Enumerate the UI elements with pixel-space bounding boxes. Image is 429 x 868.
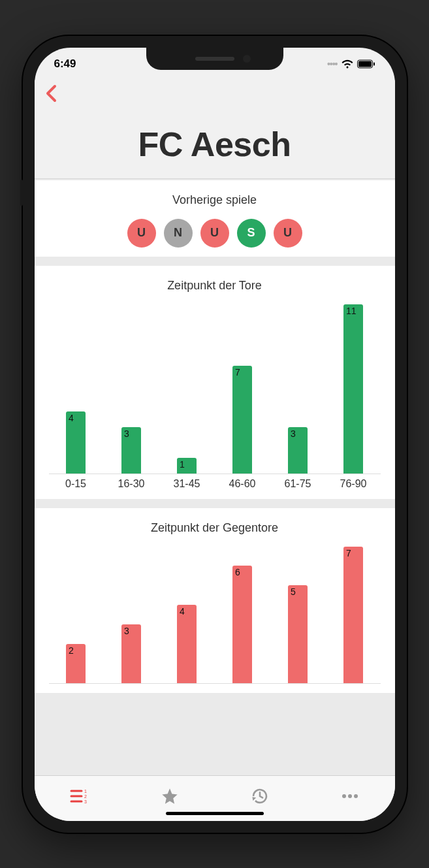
content[interactable]: Vorherige spiele UNUSU Zeitpunkt der Tor… [35,179,395,775]
previous-games-section: Vorherige spiele UNUSU [35,180,395,257]
chart-bar: 3 [121,427,141,474]
header: FC Aesch [35,80,395,179]
front-camera [243,55,251,63]
result-badge[interactable]: N [164,219,193,248]
chart-bar: 3 [121,624,141,683]
bar-value: 3 [124,428,129,439]
chart-column: 5 [271,547,325,683]
bar-value: 2 [69,645,74,656]
chart-column: 6 [215,547,270,683]
page-title: FC Aesch [45,125,385,164]
result-badge[interactable]: S [237,219,266,248]
previous-games-title: Vorherige spiele [49,193,381,207]
bar-value: 3 [124,626,129,636]
battery-icon [357,59,375,69]
bar-value: 6 [235,567,240,577]
axis-label: 76-90 [326,478,381,490]
chart-column: 11 [326,304,381,474]
result-badge[interactable]: U [127,219,156,248]
svg-point-11 [354,794,358,798]
status-time: 6:49 [54,57,76,71]
home-indicator[interactable] [166,812,264,815]
wifi-icon [342,59,353,69]
chart-column: 1 [160,304,214,474]
back-button[interactable] [45,83,385,106]
chart-column: 3 [104,547,159,683]
cell-signal-icon: •••• [327,59,338,69]
chart-bar: 6 [232,566,252,683]
result-badge[interactable]: U [274,219,302,248]
conceded-timing-section: Zeitpunkt der Gegentore 234657 [35,508,395,693]
chart-bar: 1 [177,458,197,474]
svg-text:3: 3 [84,799,87,804]
svg-text:2: 2 [84,794,87,799]
svg-rect-2 [373,62,375,65]
svg-text:1: 1 [84,789,87,794]
screen: 6:49 •••• FC Aesch Vorherige spiele UNUS… [35,48,395,821]
chart-bar: 2 [66,644,86,683]
bar-value: 4 [180,606,185,617]
chart-column: 3 [271,304,325,474]
tab-favorites[interactable] [157,783,183,809]
conceded-timing-chart: 234657 [49,547,381,684]
chart-bar: 4 [177,605,197,683]
axis-label: 0-15 [49,478,103,490]
speaker [195,57,234,61]
bar-value: 5 [291,587,296,597]
chart-bar: 7 [343,547,363,683]
svg-point-10 [348,794,352,798]
notch [146,48,283,70]
chart-bar: 5 [288,585,308,683]
svg-point-9 [342,794,346,798]
goals-timing-section: Zeitpunkt der Tore 4317311 0-1516-3031-4… [35,266,395,499]
axis-label: 16-30 [104,478,159,490]
bar-value: 3 [291,428,296,439]
phone-frame: 6:49 •••• FC Aesch Vorherige spiele UNUS… [23,36,407,833]
goals-timing-title: Zeitpunkt der Tore [49,279,381,293]
bar-value: 1 [180,459,185,470]
tab-more[interactable] [337,783,363,809]
axis-label: 31-45 [160,478,214,490]
chart-column: 3 [104,304,159,474]
svg-rect-1 [358,61,372,67]
chart-column: 4 [160,547,214,683]
bar-value: 7 [346,548,351,558]
bar-value: 4 [69,413,74,423]
chart-bar: 11 [343,304,363,474]
chart-bar: 4 [66,411,86,473]
goals-timing-chart: 4317311 [49,304,381,474]
chart-column: 7 [326,547,381,683]
chart-column: 7 [215,304,270,474]
bar-value: 7 [235,367,240,378]
axis-label: 61-75 [271,478,325,490]
chart-bar: 7 [232,366,252,474]
result-badge[interactable]: U [200,219,229,248]
chart-column: 2 [49,547,103,683]
chart-bar: 3 [288,427,308,474]
goals-timing-labels: 0-1516-3031-4546-6061-7576-90 [49,478,381,490]
tab-list[interactable]: 123 [67,783,93,809]
axis-label: 46-60 [215,478,270,490]
previous-games-badges: UNUSU [49,219,381,248]
bar-value: 11 [346,306,357,316]
chart-column: 4 [49,304,103,474]
status-right: •••• [327,59,375,69]
tab-history[interactable] [247,783,273,809]
conceded-timing-title: Zeitpunkt der Gegentore [49,521,381,535]
